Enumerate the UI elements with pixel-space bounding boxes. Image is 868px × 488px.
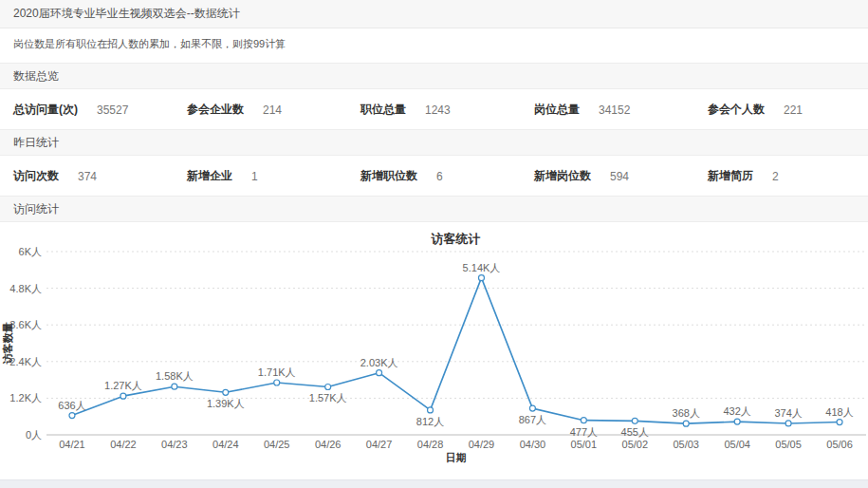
data-point-marker[interactable] [274, 380, 280, 385]
note-text: 岗位数是所有职位在招人数的累加，如果不限，则按99计算 [0, 28, 868, 53]
stat-new-positions: 新增职位数 6 [347, 168, 521, 184]
stat-new-resumes: 新增简历 2 [694, 168, 868, 184]
data-point-marker[interactable] [478, 275, 484, 281]
yesterday-stats-row: 访问次数 374 新增企业 1 新增职位数 6 新增岗位数 594 新增简历 2 [0, 156, 868, 196]
stat-total-visits: 总访问量(次) 35527 [0, 102, 174, 118]
x-tick-label: 04/28 [417, 439, 444, 450]
y-tick-label: 4.8K人 [9, 283, 42, 294]
data-point-marker[interactable] [632, 418, 637, 423]
x-tick-label: 04/21 [59, 439, 85, 450]
stat-value: 6 [436, 170, 443, 183]
stat-label: 岗位总量 [534, 102, 580, 118]
stat-value: 35527 [97, 103, 128, 117]
x-tick-label: 04/24 [212, 439, 239, 450]
x-tick-label: 05/03 [673, 439, 699, 450]
data-point-marker[interactable] [120, 393, 126, 399]
data-point-marker[interactable] [837, 420, 842, 425]
data-point-marker[interactable] [683, 421, 689, 426]
section-title: 访问统计 [13, 201, 59, 217]
stat-label: 访问次数 [13, 168, 59, 184]
x-tick-label: 05/01 [571, 439, 598, 450]
stat-new-companies: 新增企业 1 [174, 168, 347, 184]
page-title: 2020届环境专业毕业生视频双选会--数据统计 [13, 6, 240, 22]
visit-chart-svg[interactable]: 访客统计0人1.2K人2.4K人3.6K人4.8K人6K人04/2104/220… [0, 222, 868, 471]
data-point-label: 368人 [673, 407, 700, 419]
stat-label: 新增企业 [187, 168, 232, 184]
stat-value: 594 [610, 170, 629, 183]
x-tick-label: 04/30 [520, 439, 546, 450]
y-tick-label: 2.4K人 [9, 356, 42, 367]
x-tick-label: 05/05 [775, 439, 802, 450]
overview-stats-row: 总访问量(次) 35527 参会企业数 214 职位总量 1243 岗位总量 3… [0, 89, 868, 129]
visit-chart[interactable]: 访客统计0人1.2K人2.4K人3.6K人4.8K人6K人04/2104/220… [0, 222, 868, 471]
data-point-marker[interactable] [785, 421, 791, 426]
section-title: 昨日统计 [13, 135, 59, 151]
data-point-label: 418人 [825, 406, 853, 418]
stat-label: 职位总量 [360, 102, 406, 118]
data-point-label: 432人 [723, 405, 750, 417]
x-tick-label: 04/23 [161, 439, 188, 450]
footer-bar [0, 479, 868, 488]
page-title-bar: 2020届环境专业毕业生视频双选会--数据统计 [0, 0, 868, 28]
data-point-label: 455人 [621, 426, 649, 438]
section-title: 数据总览 [13, 68, 59, 84]
stat-value: 34152 [599, 103, 630, 117]
data-point-marker[interactable] [428, 407, 434, 413]
data-point-label: 636人 [58, 400, 85, 411]
stat-label: 新增职位数 [360, 168, 417, 184]
stat-visit-count: 访问次数 374 [0, 168, 174, 184]
stat-label: 总访问量(次) [13, 102, 78, 118]
data-point-label: 374人 [774, 407, 802, 419]
data-point-label: 812人 [416, 416, 444, 427]
x-tick-label: 05/04 [724, 439, 750, 450]
x-tick-label: 04/27 [366, 439, 393, 450]
y-tick-label: 1.2K人 [9, 392, 42, 404]
stat-value: 214 [263, 103, 282, 117]
stat-value: 221 [784, 103, 803, 117]
data-point-marker[interactable] [734, 419, 740, 424]
y-axis-title: 访客数量 [2, 323, 13, 366]
data-point-label: 1.39K人 [207, 398, 245, 409]
data-point-marker[interactable] [581, 418, 586, 423]
stat-companies: 参会企业数 214 [174, 102, 347, 118]
data-point-marker[interactable] [529, 405, 535, 411]
stat-label: 新增岗位数 [534, 168, 591, 184]
data-point-label: 1.27K人 [104, 380, 142, 391]
stat-value: 2 [772, 170, 779, 183]
x-tick-label: 04/22 [110, 439, 137, 450]
data-point-marker[interactable] [172, 384, 177, 389]
chart-title: 访客统计 [431, 232, 481, 246]
stat-label: 参会企业数 [187, 102, 244, 118]
data-point-marker[interactable] [69, 413, 75, 419]
data-point-label: 1.57K人 [309, 392, 347, 404]
stat-label: 参会个人数 [708, 102, 765, 118]
series-line [72, 278, 840, 423]
section-header-visits: 访问统计 [0, 196, 868, 222]
x-tick-label: 04/29 [469, 439, 495, 450]
data-point-label: 5.14K人 [463, 262, 501, 273]
y-tick-label: 6K人 [19, 246, 42, 257]
stat-value: 1243 [425, 103, 451, 117]
stat-label: 新增简历 [708, 168, 753, 184]
y-tick-label: 0人 [26, 429, 42, 441]
stat-jobs-total: 岗位总量 34152 [521, 102, 694, 118]
stat-individuals: 参会个人数 221 [694, 102, 868, 118]
data-point-label: 477人 [570, 426, 598, 438]
data-point-marker[interactable] [223, 389, 229, 395]
section-header-yesterday: 昨日统计 [0, 129, 868, 156]
data-point-label: 2.03K人 [360, 357, 398, 368]
section-header-overview: 数据总览 [0, 63, 868, 89]
data-point-label: 1.71K人 [258, 366, 296, 378]
stat-positions-total: 职位总量 1243 [347, 102, 521, 118]
data-point-label: 1.58K人 [156, 370, 194, 382]
data-point-marker[interactable] [377, 370, 382, 376]
x-tick-label: 04/26 [315, 439, 342, 450]
data-point-label: 867人 [519, 414, 546, 425]
stat-new-jobs: 新增岗位数 594 [521, 168, 694, 184]
stat-value: 1 [251, 170, 258, 183]
y-tick-label: 3.6K人 [9, 319, 42, 330]
data-point-marker[interactable] [325, 384, 331, 389]
stat-value: 374 [78, 170, 97, 183]
x-axis-title: 日期 [446, 452, 467, 463]
x-tick-label: 05/06 [826, 439, 853, 450]
